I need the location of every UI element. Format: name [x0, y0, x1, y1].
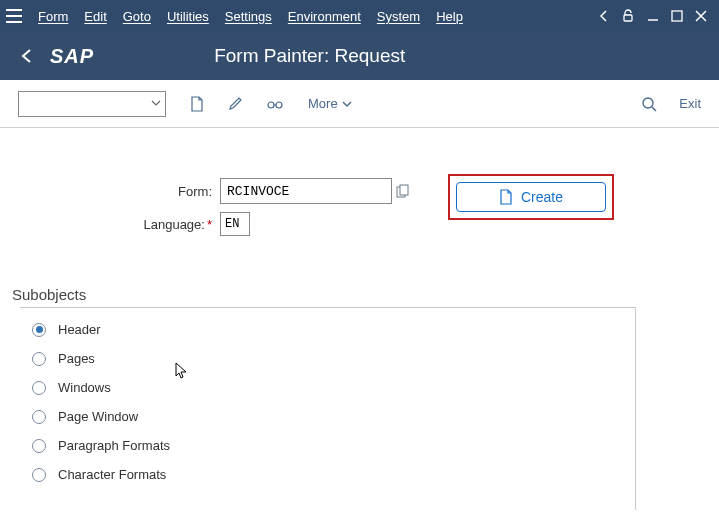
svg-rect-1	[672, 11, 682, 21]
radio-row[interactable]: Page Window	[32, 409, 623, 424]
required-mark: *	[207, 217, 212, 232]
window-controls	[599, 9, 713, 23]
form-input[interactable]	[220, 178, 392, 204]
menu-system[interactable]: System	[369, 9, 428, 24]
svg-point-2	[268, 102, 274, 108]
menu-goto[interactable]: Goto	[115, 9, 159, 24]
radio-row[interactable]: Header	[32, 322, 623, 337]
subobjects-title: Subobjects	[12, 286, 699, 303]
pencil-icon[interactable]	[228, 97, 242, 111]
menu-edit[interactable]: Edit	[76, 9, 114, 24]
radio-icon[interactable]	[32, 439, 46, 453]
titlebar: SAP Form Painter: Request	[0, 32, 719, 80]
radio-label: Page Window	[58, 409, 138, 424]
glasses-icon[interactable]	[266, 98, 284, 110]
main-content: Form: Language:* Create Subobjects Heade…	[0, 128, 719, 510]
document-icon[interactable]	[190, 96, 204, 112]
subobjects-box: HeaderPagesWindowsPage WindowParagraph F…	[20, 307, 636, 510]
exit-button[interactable]: Exit	[679, 96, 701, 111]
more-label: More	[308, 96, 338, 111]
radio-label: Windows	[58, 380, 111, 395]
language-input[interactable]	[220, 212, 250, 236]
radio-row[interactable]: Character Formats	[32, 467, 623, 482]
radio-icon[interactable]	[32, 410, 46, 424]
create-button[interactable]: Create	[456, 182, 606, 212]
language-label: Language:*	[20, 217, 220, 232]
radio-label: Character Formats	[58, 467, 166, 482]
search-icon[interactable]	[641, 96, 657, 112]
f4-help-icon[interactable]	[396, 184, 410, 198]
radio-icon[interactable]	[32, 468, 46, 482]
lock-open-icon[interactable]	[621, 9, 635, 23]
svg-rect-0	[624, 15, 632, 21]
toolbar: More Exit	[0, 80, 719, 128]
radio-icon[interactable]	[32, 323, 46, 337]
close-icon[interactable]	[695, 10, 707, 22]
radio-row[interactable]: Pages	[32, 351, 623, 366]
subobjects-section: Subobjects HeaderPagesWindowsPage Window…	[20, 286, 699, 510]
menu-settings[interactable]: Settings	[217, 9, 280, 24]
menu-utilities[interactable]: Utilities	[159, 9, 217, 24]
radio-row[interactable]: Windows	[32, 380, 623, 395]
back-button[interactable]	[20, 48, 34, 64]
create-highlight: Create	[448, 174, 614, 220]
menu-help[interactable]: Help	[428, 9, 471, 24]
radio-label: Paragraph Formats	[58, 438, 170, 453]
radio-icon[interactable]	[32, 381, 46, 395]
menu-form[interactable]: Form	[30, 9, 76, 24]
page-title: Form Painter: Request	[214, 45, 405, 67]
create-label: Create	[521, 189, 563, 205]
svg-rect-6	[400, 185, 408, 195]
radio-row[interactable]: Paragraph Formats	[32, 438, 623, 453]
maximize-icon[interactable]	[671, 10, 683, 22]
menu-environment[interactable]: Environment	[280, 9, 369, 24]
hamburger-icon[interactable]	[6, 9, 22, 23]
chevron-left-icon[interactable]	[599, 10, 609, 22]
menubar: Form Edit Goto Utilities Settings Enviro…	[0, 0, 719, 32]
minimize-icon[interactable]	[647, 10, 659, 22]
svg-point-3	[276, 102, 282, 108]
more-menu[interactable]: More	[308, 96, 352, 111]
command-field[interactable]	[18, 91, 166, 117]
form-label: Form:	[20, 184, 220, 199]
radio-label: Pages	[58, 351, 95, 366]
radio-icon[interactable]	[32, 352, 46, 366]
sap-logo: SAP	[50, 45, 94, 68]
svg-point-4	[643, 98, 653, 108]
radio-label: Header	[58, 322, 101, 337]
